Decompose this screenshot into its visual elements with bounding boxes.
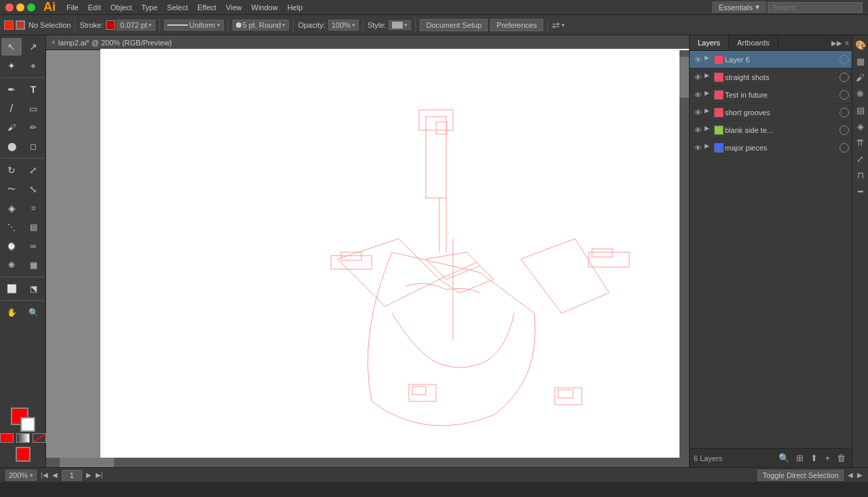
stroke-value-container[interactable]: 0.072 pt ▾ (117, 20, 155, 31)
vertical-scrollbar[interactable] (679, 50, 689, 467)
menu-item-view[interactable]: View (222, 2, 246, 13)
search-input[interactable] (768, 2, 863, 13)
blend-tool[interactable]: ∞ (23, 237, 43, 255)
page-next-button[interactable]: ▶ (86, 471, 92, 479)
lasso-tool[interactable]: ⌖ (23, 57, 43, 75)
zoom-tool[interactable]: 🔍 (23, 304, 43, 321)
rotate-tool[interactable]: ↻ (1, 161, 22, 179)
layer-expand-blank-side[interactable]: ▶ (705, 125, 713, 136)
canvas-area[interactable]: × lamp2.ai* @ 200% (RGB/Preview) (46, 35, 689, 467)
mesh-tool[interactable]: ⋱ (1, 218, 22, 236)
opacity-container[interactable]: 100% ▾ (328, 20, 359, 31)
panel-menu-button[interactable]: ≡ (845, 39, 849, 47)
status-arrow-left[interactable]: ◀ (848, 471, 853, 479)
layers-new-layer-button[interactable]: + (823, 453, 832, 463)
page-first-button[interactable]: |◀ (41, 471, 48, 479)
warp-tool[interactable]: 〜 (1, 180, 22, 198)
layer-circle-straight-shots[interactable] (840, 73, 849, 82)
color-swatch-none[interactable] (33, 433, 46, 443)
layer-circle-layer6[interactable] (840, 55, 849, 64)
swatches-icon[interactable]: ▦ (854, 54, 867, 68)
layer-expand-short-grooves[interactable]: ▶ (705, 107, 713, 118)
shape-builder-tool[interactable]: ◈ (1, 199, 22, 217)
type-tool[interactable]: T (23, 81, 43, 98)
line-style-container[interactable]: Uniform ▾ (164, 20, 224, 31)
layer-visibility-test-future[interactable]: 👁 (692, 90, 703, 100)
essentials-button[interactable]: Essentials ▾ (712, 1, 766, 13)
pen-tool[interactable]: ✒ (1, 81, 22, 98)
layers-delete-button[interactable]: 🗑 (835, 453, 848, 463)
status-arrow-right[interactable]: ▶ (857, 471, 863, 479)
stroke-color-swatch[interactable] (106, 20, 115, 30)
color-swatch-red[interactable] (0, 433, 14, 443)
slice-tool[interactable]: ⬔ (23, 280, 43, 298)
layer-visibility-straight-shots[interactable]: 👁 (692, 72, 703, 83)
tab-close-button[interactable]: × (52, 39, 56, 46)
document-setup-button[interactable]: Document Setup (420, 19, 488, 31)
layers-add-sublayer-button[interactable]: ⊞ (794, 453, 806, 463)
menu-item-window[interactable]: Window (248, 2, 282, 13)
transform-icon[interactable]: ⤢ (854, 152, 867, 165)
artboard-tool[interactable]: ⬜ (1, 280, 22, 298)
layer-item-layer6[interactable]: 👁 ▶ Layer 6 (690, 51, 852, 68)
perspective-grid-tool[interactable]: ⌗ (23, 199, 43, 217)
layers-move-button[interactable]: ⬆ (808, 453, 820, 463)
layer-expand-test-future[interactable]: ▶ (705, 90, 713, 100)
active-fill-swatch[interactable] (16, 447, 31, 462)
layer-item-blank-side[interactable]: 👁 ▶ blank side te... (690, 121, 852, 139)
magic-wand-tool[interactable]: ✦ (1, 57, 22, 75)
zoom-container[interactable]: 200% ▾ (5, 470, 37, 481)
point-style-container[interactable]: 5 pt. Round ▾ (233, 20, 290, 31)
hand-tool[interactable]: ✋ (1, 304, 22, 321)
selection-tool[interactable]: ↖ (1, 38, 22, 56)
arrange-icon[interactable]: ⇄ (552, 20, 560, 31)
close-button[interactable] (5, 3, 14, 12)
layer-visibility-layer6[interactable]: 👁 (692, 54, 703, 65)
menu-item-effect[interactable]: Effect (193, 2, 220, 13)
layer-circle-short-grooves[interactable] (840, 108, 849, 117)
tab-layers[interactable]: Layers (690, 35, 729, 50)
preferences-button[interactable]: Preferences (490, 19, 542, 31)
color-swatch-gradient[interactable] (16, 433, 30, 443)
gradient-tool[interactable]: ▤ (23, 218, 43, 236)
layer-circle-blank-side[interactable] (840, 125, 849, 135)
scale-tool[interactable]: ⤢ (23, 161, 43, 179)
style-container[interactable]: ▾ (389, 20, 411, 30)
tab-artboards[interactable]: Artboards (729, 35, 778, 50)
page-number-input[interactable] (62, 470, 82, 481)
layer-visibility-major-pieces[interactable]: 👁 (692, 142, 703, 153)
menu-item-help[interactable]: Help (283, 2, 307, 13)
blob-brush-tool[interactable]: ⬤ (1, 138, 22, 155)
layer-item-test-future[interactable]: 👁 ▶ Test in future (690, 86, 852, 104)
pathfinder-icon[interactable]: ⊓ (854, 168, 867, 182)
layer-item-short-grooves[interactable]: 👁 ▶ short grooves (690, 104, 852, 121)
eyedropper-tool[interactable]: ⌚ (1, 237, 22, 255)
maximize-button[interactable] (27, 3, 35, 12)
panel-expand-button[interactable]: ▶▶ (831, 39, 842, 47)
menu-item-type[interactable]: Type (138, 2, 162, 13)
scrollbar-thumb-h[interactable] (60, 458, 114, 467)
rect-tool[interactable]: ▭ (23, 100, 43, 117)
eraser-tool[interactable]: ◻ (23, 138, 43, 155)
brushes-icon[interactable]: 🖌 (854, 71, 867, 84)
layer-expand-layer6[interactable]: ▶ (705, 54, 713, 65)
layer-item-straight-shots[interactable]: 👁 ▶ straight shots (690, 68, 852, 86)
layer-visibility-short-grooves[interactable]: 👁 (692, 107, 703, 118)
arrange-chevron[interactable]: ▾ (561, 22, 565, 28)
menu-item-object[interactable]: Object (106, 2, 136, 13)
appearance-icon[interactable]: ◈ (854, 119, 867, 133)
graphic-styles-icon[interactable]: ▤ (854, 103, 867, 117)
horizontal-scrollbar[interactable] (46, 458, 679, 467)
symbols-icon[interactable]: ❋ (854, 87, 867, 100)
page-prev-button[interactable]: ◀ (52, 471, 58, 479)
menu-item-file[interactable]: File (62, 2, 83, 13)
symbol-sprayer-tool[interactable]: ❋ (1, 256, 22, 274)
menu-item-select[interactable]: Select (163, 2, 192, 13)
layer-expand-straight-shots[interactable]: ▶ (705, 72, 713, 83)
scrollbar-thumb-v[interactable] (679, 57, 689, 98)
line-tool[interactable]: / (1, 100, 22, 117)
align-icon[interactable]: ⇈ (854, 136, 867, 149)
column-graph-tool[interactable]: ▦ (23, 256, 43, 274)
layer-circle-major-pieces[interactable] (840, 143, 849, 153)
layers-search-button[interactable]: 🔍 (776, 453, 791, 463)
